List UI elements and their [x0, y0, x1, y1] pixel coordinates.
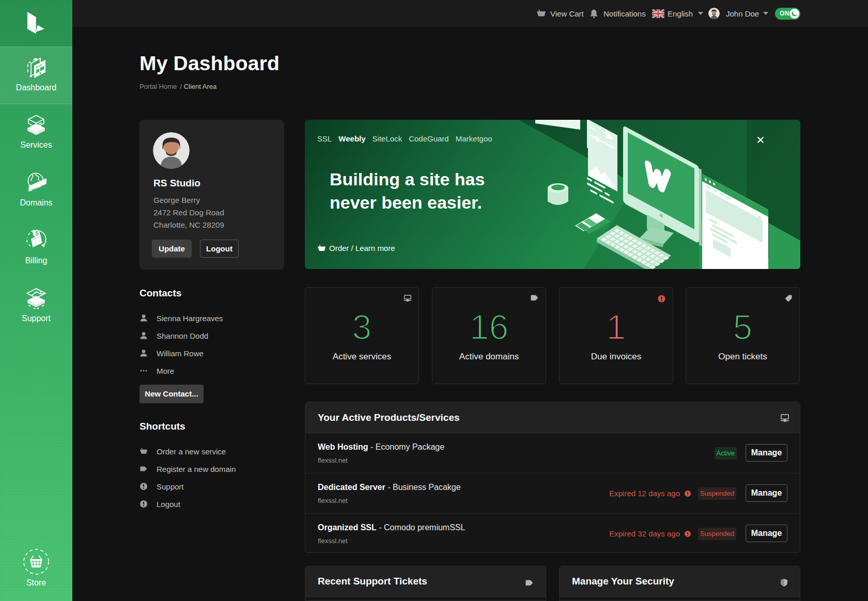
- svg-text:S: S: [35, 231, 39, 236]
